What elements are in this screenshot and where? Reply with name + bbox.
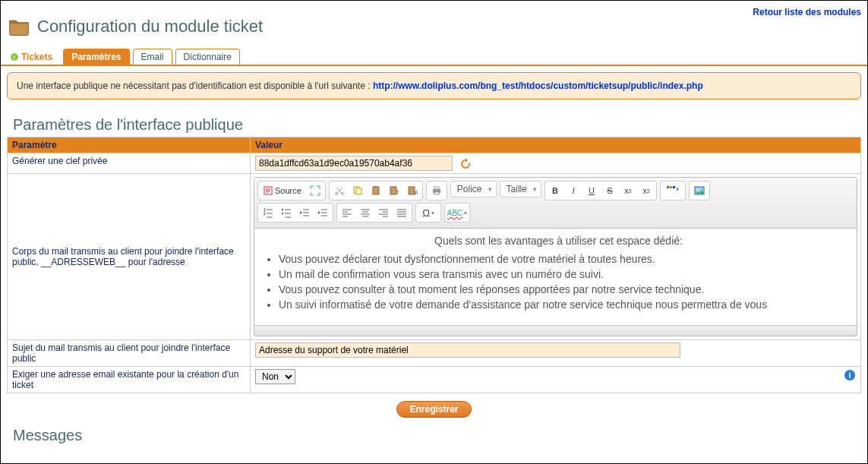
config-table: Paramètre Valeur Générer une clef privée… xyxy=(7,137,861,393)
tab-tickets[interactable]: i Tickets xyxy=(8,49,60,65)
align-justify-icon xyxy=(396,207,407,218)
print-icon xyxy=(431,185,442,196)
svg-text:i: i xyxy=(14,54,15,61)
paste-text-icon: T xyxy=(389,185,399,196)
cut-button[interactable] xyxy=(330,182,349,199)
help-icon[interactable]: i xyxy=(844,369,856,381)
align-center-icon xyxy=(360,207,371,218)
notice-text: Une interface publique ne nécessitant pa… xyxy=(17,80,373,91)
svg-rect-17 xyxy=(670,186,672,188)
row-require-email-label: Exiger une adresse email existante pour … xyxy=(8,367,251,393)
indent-button[interactable] xyxy=(314,204,332,221)
underline-button[interactable]: U xyxy=(582,182,601,199)
align-right-icon xyxy=(378,207,389,218)
tab-dict[interactable]: Dictionnaire xyxy=(175,49,240,65)
outdent-button[interactable] xyxy=(295,204,314,221)
textcolor-icon xyxy=(666,185,680,196)
editor-li2: Un mail de confirmation vous sera transm… xyxy=(279,268,846,280)
tabs: i Tickets Paramètres Email Dictionnaire xyxy=(1,49,867,66)
align-justify-button[interactable] xyxy=(393,204,411,221)
editor-intro: Quels sont les avantages à utiliser cet … xyxy=(271,235,846,247)
tab-tickets-label: Tickets xyxy=(21,52,52,62)
notice-url[interactable]: http://www.doliplus.com/bng_test/htdocs/… xyxy=(373,80,703,91)
editor-resize-handle[interactable] xyxy=(254,326,857,336)
private-key-input[interactable] xyxy=(255,156,453,171)
page-title: Configuration du module ticket xyxy=(37,17,263,36)
ul-icon xyxy=(281,207,292,218)
row-key-label: Générer une clef privée xyxy=(8,153,251,174)
superscript-button[interactable]: x2 xyxy=(637,182,655,199)
svg-text:i: i xyxy=(848,371,851,380)
bold-button[interactable]: B xyxy=(546,182,564,199)
svg-text:W: W xyxy=(414,190,418,195)
paste-word-button[interactable]: W xyxy=(403,182,421,199)
align-left-icon xyxy=(342,207,352,218)
svg-rect-14 xyxy=(434,187,439,189)
subject-input[interactable] xyxy=(255,342,680,358)
maximize-button[interactable] xyxy=(306,182,324,199)
col-param: Paramètre xyxy=(8,137,251,153)
svg-rect-6 xyxy=(356,188,361,194)
outdent-icon xyxy=(299,207,310,218)
notice-box: Une interface publique ne nécessitant pa… xyxy=(7,72,861,99)
image-icon xyxy=(694,185,705,196)
svg-rect-16 xyxy=(667,186,669,188)
specialchar-button[interactable]: Ω▾ xyxy=(417,204,440,221)
save-button[interactable]: Enregistrer xyxy=(396,401,471,418)
svg-rect-18 xyxy=(673,186,675,188)
italic-button[interactable]: I xyxy=(564,182,582,199)
editor-li1: Vous pouvez déclarer tout dysfonctionnem… xyxy=(279,253,846,265)
folder-icon xyxy=(8,17,30,36)
paste-button[interactable] xyxy=(367,182,385,199)
svg-rect-15 xyxy=(434,192,439,194)
textcolor-button[interactable] xyxy=(661,182,684,199)
info-icon: i xyxy=(10,52,19,62)
editor-toolbar: Source T W Police Taille B xyxy=(254,177,857,229)
col-value: Valeur xyxy=(251,137,861,153)
align-left-button[interactable] xyxy=(338,204,356,221)
align-center-button[interactable] xyxy=(356,204,374,221)
copy-button[interactable] xyxy=(349,182,367,199)
spellcheck-button[interactable]: ABC▾ xyxy=(446,204,469,221)
editor-li4: Un suivi informatisé de votre demande d'… xyxy=(279,298,846,311)
section-messages: Messages xyxy=(1,421,867,446)
svg-point-20 xyxy=(696,189,699,191)
paste-icon xyxy=(371,185,381,196)
cut-icon xyxy=(334,185,345,196)
copy-icon xyxy=(352,185,363,196)
align-right-button[interactable] xyxy=(374,204,393,221)
subscript-button[interactable]: x2 xyxy=(619,182,637,199)
svg-point-24 xyxy=(282,213,283,214)
tab-email[interactable]: Email xyxy=(133,49,172,65)
paste-word-icon: W xyxy=(407,185,418,196)
svg-rect-8 xyxy=(374,186,377,188)
svg-text:T: T xyxy=(396,190,399,195)
source-button[interactable]: Source xyxy=(259,182,306,199)
section-title: Paramètres de l'interface publique xyxy=(1,106,867,137)
row-subject-label: Sujet du mail transmis au client pour jo… xyxy=(8,340,251,367)
tab-params[interactable]: Paramètres xyxy=(63,49,129,65)
size-select[interactable]: Taille xyxy=(500,181,541,197)
font-select[interactable]: Police xyxy=(450,181,497,197)
image-button[interactable] xyxy=(690,182,709,199)
ol-icon: 12 xyxy=(263,207,273,218)
indent-icon xyxy=(317,207,328,218)
maximize-icon xyxy=(310,185,320,196)
paste-text-button[interactable]: T xyxy=(385,182,403,199)
require-email-select[interactable]: Non xyxy=(255,369,295,384)
print-button[interactable] xyxy=(428,182,446,199)
editor-li3: Vous pouvez consulter à tout moment les … xyxy=(279,283,846,295)
ol-button[interactable]: 12 xyxy=(259,204,277,221)
svg-rect-7 xyxy=(373,187,379,194)
svg-text:2: 2 xyxy=(264,211,266,216)
editor-body[interactable]: Quels sont les avantages à utiliser cet … xyxy=(254,229,857,326)
row-body-label: Corps du mail transmis au client pour jo… xyxy=(8,174,251,340)
strike-button[interactable]: S xyxy=(601,182,619,199)
ul-button[interactable] xyxy=(277,204,295,221)
refresh-icon[interactable] xyxy=(459,158,472,170)
svg-point-23 xyxy=(282,209,283,210)
back-link[interactable]: Retour liste des modules xyxy=(753,7,861,17)
source-icon xyxy=(264,186,273,195)
